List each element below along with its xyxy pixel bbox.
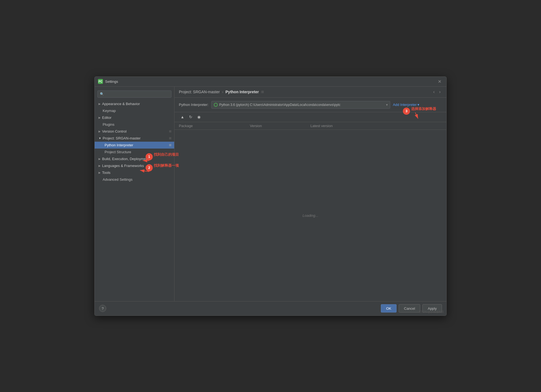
sidebar-item-python-interpreter[interactable]: Python Interpreter ⊞ <box>95 142 174 149</box>
col-extra <box>371 124 442 128</box>
arrow-icon: ▶ <box>99 171 101 174</box>
breadcrumb-current: Python Interpreter <box>225 90 259 94</box>
sidebar-item-languages[interactable]: ▶ Languages & Frameworks <box>95 162 174 169</box>
settings-icon: ⊞ <box>169 130 171 133</box>
sidebar-item-label: Tools <box>102 171 110 175</box>
sidebar-item-plugins[interactable]: Plugins <box>95 121 174 128</box>
settings-icon: ⊞ <box>169 143 171 147</box>
packages-toolbar: ▲ ↻ ◉ <box>174 112 446 122</box>
nav-back-button[interactable]: ‹ <box>432 89 436 95</box>
sidebar-item-build[interactable]: ▶ Build, Execution, Deployment <box>95 155 174 162</box>
add-interpreter-button[interactable]: Add Interpreter ▾ <box>393 103 420 107</box>
sidebar-item-label: Python Interpreter <box>105 143 133 147</box>
breadcrumb-actions: ‹ › <box>432 89 442 95</box>
main-content: Project: SRGAN-master › Python Interpret… <box>174 87 446 301</box>
sidebar-item-tools[interactable]: ▶ Tools <box>95 169 174 176</box>
sidebar-item-label: Plugins <box>103 122 114 127</box>
sidebar: 🔍 ▶ Appearance & Behavior Keymap ▶ Edito… <box>95 87 174 301</box>
arrow-icon: ▶ <box>99 130 101 133</box>
packages-body: Loading... <box>174 130 446 301</box>
settings-icon: ⊞ <box>169 136 171 140</box>
sidebar-item-label: Project: SRGAN-master <box>103 136 141 140</box>
sidebar-item-project-structure[interactable]: Project Structure <box>95 149 174 155</box>
window-title: Settings <box>105 80 436 84</box>
chevron-down-icon: ▾ <box>417 103 419 107</box>
ok-button[interactable]: OK <box>381 304 397 312</box>
col-package: Package <box>179 124 250 128</box>
packages-header: Package Version Latest version <box>174 122 446 130</box>
sidebar-item-version-control[interactable]: ▶ Version Control ⊞ <box>95 128 174 135</box>
app-icon: PC <box>98 79 103 84</box>
footer-label: CSDN @多田便利店 <box>419 310 444 314</box>
sidebar-item-label: Project Structure <box>105 150 131 154</box>
arrow-icon: ▶ <box>99 157 101 160</box>
settings-icon: ⊞ <box>261 90 264 94</box>
bottom-bar: ? OK Cancel Apply CSDN @多田便利店 <box>95 301 446 316</box>
interpreter-bar: Python Interpreter: Python 3.6 (pytorch)… <box>174 98 446 112</box>
search-box[interactable]: 🔍 <box>97 91 171 98</box>
packages-area: Package Version Latest version Loading..… <box>174 122 446 301</box>
sidebar-item-label: Version Control <box>102 129 127 133</box>
sidebar-item-label: Languages & Frameworks <box>102 164 144 168</box>
sidebar-item-label: Editor <box>102 116 111 120</box>
settings-dialog: PC Settings ✕ 🔍 ▶ Appearance & Behavior … <box>94 76 447 316</box>
sidebar-item-label: Keymap <box>103 109 116 113</box>
arrow-icon: ▼ <box>99 137 101 140</box>
title-bar: PC Settings ✕ <box>95 77 446 87</box>
search-icon: 🔍 <box>100 92 104 96</box>
arrow-icon: ▶ <box>99 116 101 119</box>
breadcrumb-separator: › <box>222 90 223 94</box>
refresh-button[interactable]: ↻ <box>187 113 194 120</box>
interpreter-dropdown[interactable]: Python 3.6 (pytorch) C:\Users\Administra… <box>211 101 390 109</box>
show-details-button[interactable]: ◉ <box>195 113 203 120</box>
move-up-button[interactable]: ▲ <box>179 113 186 120</box>
loading-text: Loading... <box>302 213 318 218</box>
nav-forward-button[interactable]: › <box>438 89 442 95</box>
close-button[interactable]: ✕ <box>436 78 443 85</box>
breadcrumb-project: Project: SRGAN-master <box>179 90 220 94</box>
dialog-body: 🔍 ▶ Appearance & Behavior Keymap ▶ Edito… <box>95 87 446 301</box>
sidebar-item-project[interactable]: ▼ Project: SRGAN-master ⊞ <box>95 135 174 142</box>
chevron-down-icon: ▾ <box>386 103 388 107</box>
add-interpreter-label: Add Interpreter <box>393 103 417 107</box>
arrow-icon: ▶ <box>99 164 101 167</box>
interpreter-value: Python 3.6 (pytorch) C:\Users\Administra… <box>219 103 340 107</box>
interpreter-label: Python Interpreter: <box>179 103 209 107</box>
breadcrumb: Project: SRGAN-master › Python Interpret… <box>179 90 264 94</box>
col-latest: Latest version <box>310 124 371 128</box>
sidebar-item-appearance[interactable]: ▶ Appearance & Behavior <box>95 100 174 107</box>
sidebar-item-label: Build, Execution, Deployment <box>102 157 149 161</box>
help-button[interactable]: ? <box>99 305 106 312</box>
status-indicator <box>214 103 218 107</box>
sidebar-item-editor[interactable]: ▶ Editor <box>95 114 174 121</box>
loading-indicator: Loading... <box>302 213 318 218</box>
breadcrumb-bar: Project: SRGAN-master › Python Interpret… <box>174 87 446 98</box>
col-version: Version <box>250 124 310 128</box>
sidebar-item-advanced[interactable]: Advanced Settings <box>95 176 174 183</box>
sidebar-item-label: Advanced Settings <box>103 177 132 182</box>
arrow-icon: ▶ <box>99 102 101 105</box>
cancel-button[interactable]: Cancel <box>399 304 420 312</box>
sidebar-item-keymap[interactable]: Keymap <box>95 107 174 114</box>
sidebar-item-label: Appearance & Behavior <box>102 102 140 106</box>
